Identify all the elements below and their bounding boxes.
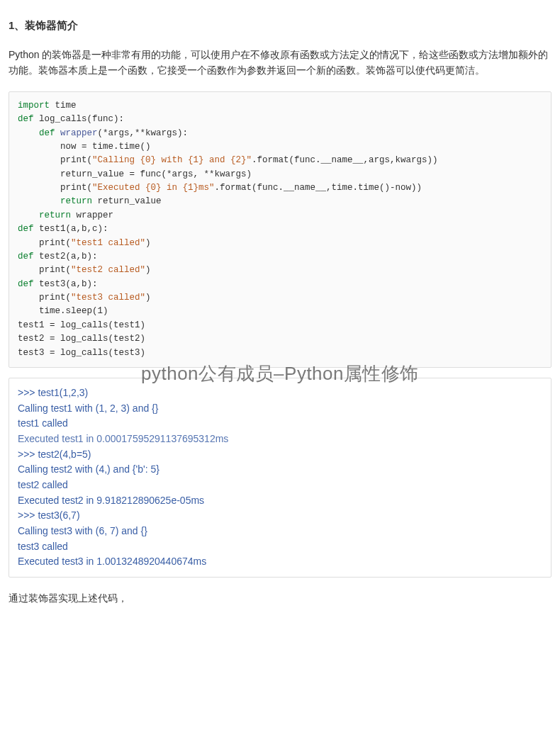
code-token: wrapper: [55, 128, 98, 138]
code-token: return: [18, 210, 71, 220]
output-line: Executed test1 in 0.00017595291137695312…: [18, 432, 542, 447]
code-token: now = time.time(): [18, 142, 151, 152]
code-token: ): [145, 238, 151, 248]
code-token: print(: [18, 238, 71, 248]
output-line: >>> test3(6,7): [18, 508, 542, 524]
output-line: Executed test2 in 9.918212890625e-05ms: [18, 493, 542, 509]
code-token: return_value: [92, 196, 162, 206]
code-token: wrapper: [71, 210, 113, 220]
code-token: test3 = log_calls(test3): [18, 348, 145, 358]
code-token: "test2 called": [71, 265, 145, 275]
section-heading: 1、装饰器简介: [9, 17, 551, 34]
code-token: ): [145, 265, 151, 275]
output-line: test3 called: [18, 539, 542, 555]
code-token: "Calling {0} with {1} and {2}": [92, 155, 252, 165]
output-line: Calling test3 with (6, 7) and {}: [18, 524, 542, 539]
output-line: Executed test3 in 1.0013248920440674ms: [18, 554, 542, 570]
code-token: ): [145, 293, 151, 303]
code-token: test1(a,b,c):: [34, 224, 108, 234]
code-token: .format(func.__name__,time.time()-now)): [215, 183, 422, 193]
code-token: log_calls(func):: [34, 114, 125, 124]
code-token: def: [18, 252, 34, 261]
code-token: def: [18, 114, 34, 124]
code-token: return: [18, 196, 92, 206]
output-line: >>> test2(4,b=5): [18, 447, 542, 463]
code-token: import: [18, 101, 50, 111]
code-block: import time def log_calls(func): def wra…: [9, 91, 551, 368]
output-line: >>> test1(1,2,3): [18, 385, 542, 401]
code-token: def: [18, 224, 34, 234]
code-token: def: [18, 279, 34, 289]
outro-paragraph: 通过装饰器实现上述代码，: [9, 590, 551, 606]
code-token: test2(a,b):: [34, 252, 98, 261]
output-block: >>> test1(1,2,3) Calling test1 with (1, …: [9, 378, 551, 578]
code-token: time: [50, 101, 77, 111]
code-token: "test1 called": [71, 238, 145, 248]
code-token: print(: [18, 293, 71, 303]
code-token: test2 = log_calls(test2): [18, 334, 145, 344]
code-token: time.sleep(1): [18, 306, 108, 316]
code-token: print(: [18, 183, 92, 193]
code-token: "test3 called": [71, 293, 145, 303]
code-token: print(: [18, 155, 92, 165]
code-token: test3(a,b):: [34, 279, 98, 289]
output-line: test1 called: [18, 416, 542, 432]
code-token: def: [18, 128, 55, 138]
output-line: test2 called: [18, 478, 542, 493]
code-token: "Executed {0} in {1}ms": [92, 183, 215, 193]
code-token: (*args,**kwargs):: [98, 128, 189, 138]
code-token: return_value = func(*args, **kwargs): [18, 169, 252, 179]
output-line: Calling test1 with (1, 2, 3) and {}: [18, 401, 542, 417]
intro-paragraph: Python 的装饰器是一种非常有用的功能，可以使用户在不修改原有函数或方法定义…: [9, 47, 551, 79]
code-token: print(: [18, 265, 71, 275]
code-token: test1 = log_calls(test1): [18, 320, 145, 330]
output-line: Calling test2 with (4,) and {'b': 5}: [18, 462, 542, 478]
code-token: .format(func.__name__,args,kwargs)): [252, 155, 438, 165]
